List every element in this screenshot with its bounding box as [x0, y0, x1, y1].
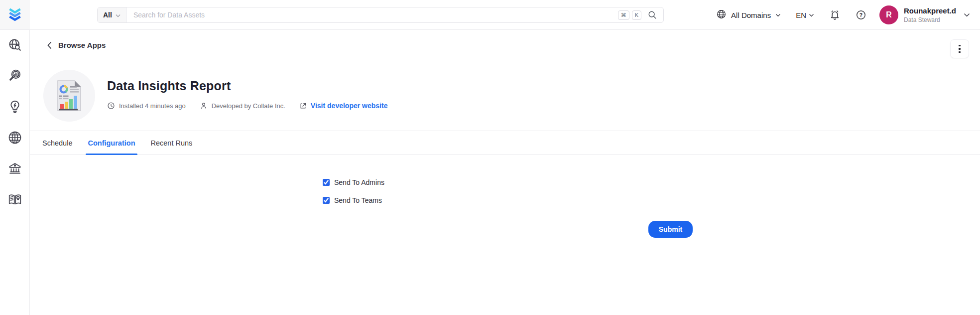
- language-dropdown[interactable]: EN: [796, 11, 814, 19]
- cmd-key-badge: ⌘: [618, 10, 629, 20]
- app-meta-row: Installed 4 minutes ago Developed by Col…: [107, 102, 387, 110]
- global-search: All ⌘ K: [97, 7, 664, 23]
- help-button[interactable]: ?: [856, 9, 866, 20]
- developer-website-link[interactable]: Visit developer website: [311, 102, 388, 110]
- app-tabs: Schedule Configuration Recent Runs: [30, 131, 980, 155]
- installed-info: Installed 4 minutes ago: [107, 102, 186, 110]
- installed-text: Installed 4 minutes ago: [119, 102, 186, 110]
- chevron-down-icon: [964, 13, 970, 17]
- app-options-menu-button[interactable]: [950, 39, 969, 58]
- developer-website[interactable]: Visit developer website: [299, 102, 388, 110]
- globe-icon: [7, 130, 23, 148]
- external-link-icon: [299, 102, 307, 110]
- sidebar-item-domains[interactable]: [6, 130, 24, 148]
- search-input[interactable]: [126, 7, 618, 22]
- user-name: Rounakpreet.d: [904, 6, 956, 15]
- user-role: Data Steward: [904, 16, 956, 23]
- globe-search-icon: [7, 37, 22, 54]
- back-to-browse-apps[interactable]: Browse Apps: [47, 41, 106, 49]
- globe-small-icon: [716, 9, 727, 21]
- user-menu[interactable]: R Rounakpreet.d Data Steward: [879, 5, 970, 24]
- data-insights-report-icon: [55, 79, 84, 112]
- send-to-teams-label[interactable]: Send To Teams: [334, 196, 382, 204]
- user-info: Rounakpreet.d Data Steward: [904, 6, 956, 23]
- submit-button[interactable]: Submit: [648, 221, 693, 238]
- tab-configuration[interactable]: Configuration: [87, 131, 136, 155]
- bank-icon: [7, 161, 22, 178]
- bell-icon: [829, 9, 841, 21]
- domains-dropdown[interactable]: All Domains: [716, 9, 781, 21]
- sidebar-item-knowledge[interactable]: [6, 191, 24, 209]
- browse-apps-label: Browse Apps: [58, 41, 106, 49]
- chevron-down-icon: [775, 13, 781, 17]
- tab-recent-runs[interactable]: Recent Runs: [150, 131, 194, 155]
- send-to-teams-row: Send To Teams: [323, 196, 382, 204]
- magnifier-chart-icon: [7, 68, 22, 85]
- search-scope-label: All: [103, 11, 112, 19]
- developer-info: Developed by Collate Inc.: [200, 102, 285, 110]
- sidebar-nav: [0, 30, 29, 209]
- send-to-admins-label[interactable]: Send To Admins: [334, 178, 384, 186]
- sidebar-item-observability[interactable]: [6, 68, 24, 86]
- avatar[interactable]: R: [879, 5, 898, 24]
- kebab-icon: [959, 45, 961, 47]
- svg-text:?: ?: [859, 12, 862, 18]
- sidebar-item-explore[interactable]: [6, 37, 24, 55]
- left-sidebar: [0, 0, 30, 315]
- send-to-admins-checkbox[interactable]: [323, 179, 330, 186]
- tab-schedule[interactable]: Schedule: [41, 131, 73, 155]
- chevron-left-icon: [47, 41, 52, 49]
- search-scope-dropdown[interactable]: All: [98, 7, 126, 22]
- language-label: EN: [796, 11, 806, 19]
- domains-label: All Domains: [731, 11, 771, 19]
- k-key-badge: K: [632, 10, 641, 20]
- topbar-right-cluster: All Domains EN ? R Rounakpreet.d Da: [716, 0, 970, 30]
- page-title: Data Insights Report: [107, 79, 231, 93]
- notifications-button[interactable]: [829, 9, 841, 21]
- sidebar-item-incidents[interactable]: [6, 99, 24, 117]
- chevron-down-icon: [116, 11, 121, 19]
- send-to-admins-row: Send To Admins: [323, 178, 384, 186]
- send-to-teams-checkbox[interactable]: [323, 197, 330, 204]
- collate-layers-icon: [6, 5, 23, 24]
- top-bar: All ⌘ K All Domains EN: [30, 0, 980, 30]
- developer-text: Developed by Collate Inc.: [212, 102, 285, 110]
- clock-icon: [107, 102, 115, 110]
- question-circle-icon: ?: [856, 9, 866, 20]
- app-icon: [43, 70, 95, 122]
- lightbulb-bolt-icon: [7, 99, 22, 116]
- sidebar-item-govern[interactable]: [6, 160, 24, 178]
- book-bulb-icon: [7, 192, 22, 209]
- chevron-down-icon: [809, 13, 814, 17]
- search-icon[interactable]: [648, 10, 657, 19]
- person-icon: [200, 102, 208, 110]
- app-logo[interactable]: [0, 0, 30, 30]
